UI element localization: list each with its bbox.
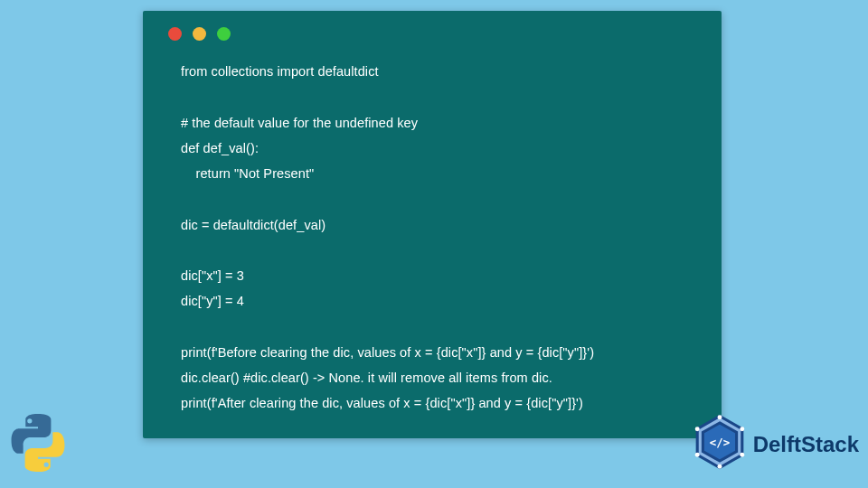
brand-name: DelftStack	[753, 432, 859, 457]
delftstack-brand: </> DelftStack	[692, 414, 859, 475]
python-logo-icon	[5, 410, 71, 479]
svg-point-6	[694, 453, 699, 457]
window-controls	[168, 27, 696, 41]
minimize-icon	[193, 27, 206, 41]
svg-point-3	[740, 427, 744, 431]
code-content: from collections import defaultdict # th…	[181, 59, 696, 417]
svg-text:</>: </>	[709, 436, 729, 449]
maximize-icon	[217, 27, 231, 41]
svg-point-4	[740, 453, 744, 457]
close-icon	[168, 27, 182, 41]
delftstack-logo-icon: </>	[692, 414, 748, 475]
svg-point-2	[717, 415, 722, 419]
svg-point-5	[717, 465, 722, 469]
svg-point-7	[694, 427, 699, 431]
code-block: from collections import defaultdict # th…	[143, 11, 722, 438]
